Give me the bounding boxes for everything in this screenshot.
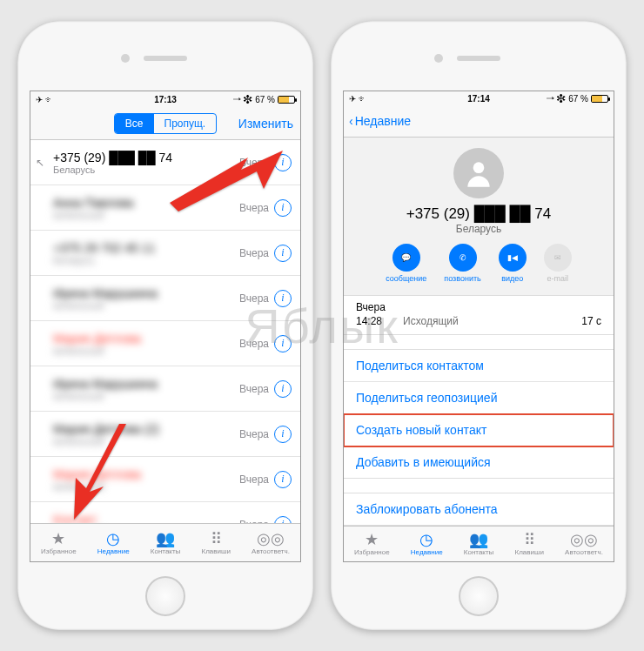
info-button[interactable]: i <box>274 426 292 443</box>
caller-name: Мария Дятлова <box>53 332 239 346</box>
tab-keypad[interactable]: ⠿Клавиши <box>515 532 544 556</box>
call-time: Вчера <box>239 428 269 440</box>
tab-keypad[interactable]: ⠿Клавиши <box>202 531 231 555</box>
call-time: Вчера <box>239 157 269 169</box>
mail-icon: ✉ <box>544 244 572 272</box>
caller-sub: мобильный <box>53 436 239 446</box>
recents-row[interactable]: Анна ПавловамобильныйВчераi <box>30 185 300 231</box>
action-message[interactable]: 💬сообщение <box>386 244 426 283</box>
video-icon: ▮◀ <box>499 244 527 272</box>
add-to-existing[interactable]: Добавить в имеющийся <box>344 446 614 478</box>
avatar <box>453 148 504 198</box>
screen-contact-card: ✈︎ ᯤ 17:14 ⭢ ✽ 67 % ‹ Недавние +375 (29)… <box>343 91 614 562</box>
back-button[interactable]: ‹ Недавние <box>349 114 411 128</box>
call-log-day: Вчера <box>344 296 614 313</box>
screen-recents: ✈︎ ᯤ 17:13 ⭢ ✽ 67 % Все Пропущ. Изменить… <box>30 91 301 562</box>
info-button[interactable]: i <box>274 154 292 171</box>
create-new-contact[interactable]: Создать новый контакт <box>344 414 614 446</box>
recents-row[interactable]: Мария Дятлова (2)мобильныйВчераi <box>30 412 300 457</box>
info-button[interactable]: i <box>274 380 292 398</box>
call-time: Вчера <box>239 519 269 524</box>
caller-sub: мобильный <box>53 391 239 401</box>
navbar-recents: Все Пропущ. Изменить <box>30 107 300 140</box>
tab-favorites[interactable]: ★Избранное <box>354 532 390 556</box>
share-contact[interactable]: Поделиться контактом <box>344 350 614 382</box>
recents-row[interactable]: Ирина МарушкинамобильныйВчераi <box>30 366 300 412</box>
phone-left: ✈︎ ᯤ 17:13 ⭢ ✽ 67 % Все Пропущ. Изменить… <box>17 21 313 630</box>
navbar-contact: ‹ Недавние <box>344 106 614 138</box>
recents-row[interactable]: Ирина МарушкинамобильныйВчераi <box>30 276 300 321</box>
recents-list[interactable]: ↖︎+375 (29) ███ ██ 74БеларусьВчераiАнна … <box>30 140 300 523</box>
caller-sub: мобильный <box>53 210 239 220</box>
recents-row[interactable]: КонтактмобильныйВчераi <box>30 502 300 523</box>
segmented-control[interactable]: Все Пропущ. <box>114 113 217 134</box>
status-bar: ✈︎ ᯤ 17:14 ⭢ ✽ 67 % <box>344 91 614 106</box>
contact-details: Вчера 14:28 Исходящий 17 с Поделиться ко… <box>344 296 614 526</box>
status-bar: ✈︎ ᯤ 17:13 ⭢ ✽ 67 % <box>30 91 300 107</box>
info-button[interactable]: i <box>274 516 292 524</box>
caller-name: Ирина Марушкина <box>53 286 239 300</box>
info-button[interactable]: i <box>274 245 292 262</box>
tab-contacts[interactable]: 👥Контакты <box>464 532 494 556</box>
phone-right: ✈︎ ᯤ 17:14 ⭢ ✽ 67 % ‹ Недавние +375 (29)… <box>331 21 627 630</box>
info-button[interactable]: i <box>274 290 292 307</box>
action-video[interactable]: ▮◀видео <box>499 244 527 283</box>
call-time: Вчера <box>239 338 269 350</box>
phone-icon: ✆ <box>449 244 477 272</box>
contact-country: Беларусь <box>344 223 614 235</box>
info-button[interactable]: i <box>274 471 292 488</box>
tab-bar: ★Избранное ◷Недавние 👥Контакты ⠿Клавиши … <box>344 526 614 561</box>
block-caller[interactable]: Заблокировать абонента <box>344 493 614 525</box>
recents-row[interactable]: +375 29 702 45 11БеларусьВчераi <box>30 231 300 276</box>
tab-contacts[interactable]: 👥Контакты <box>151 531 181 555</box>
tab-voicemail[interactable]: ◎◎Автоответч. <box>565 532 603 556</box>
tab-recents[interactable]: ◷Недавние <box>97 531 130 555</box>
caller-name: Анна Павлова <box>53 196 239 210</box>
call-log-row: 14:28 Исходящий 17 с <box>344 313 614 334</box>
caller-name: Мария Дятлова <box>53 467 239 481</box>
caller-sub: мобильный <box>53 481 239 492</box>
tab-voicemail[interactable]: ◎◎Автоответч. <box>252 531 290 555</box>
caller-sub: Беларусь <box>53 164 239 175</box>
contact-number: +375 (29) ███ ██ 74 <box>344 205 614 223</box>
call-time: Вчера <box>239 247 269 259</box>
caller-name: +375 29 702 45 11 <box>53 241 239 255</box>
tab-bar: ★Избранное ◷Недавние 👥Контакты ⠿Клавиши … <box>30 523 300 561</box>
info-button[interactable]: i <box>274 199 292 217</box>
home-button[interactable] <box>145 576 185 616</box>
tab-recents[interactable]: ◷Недавние <box>411 532 443 556</box>
outgoing-icon: ↖︎ <box>36 157 44 169</box>
contact-header: +375 (29) ███ ██ 74 Беларусь 💬сообщение … <box>344 138 614 296</box>
segment-missed[interactable]: Пропущ. <box>154 114 217 133</box>
call-time: Вчера <box>239 383 269 395</box>
recents-row[interactable]: ↖︎+375 (29) ███ ██ 74БеларусьВчераi <box>30 140 300 185</box>
caller-sub: Беларусь <box>53 255 239 265</box>
home-button[interactable] <box>459 576 499 616</box>
caller-name: Ирина Марушкина <box>53 377 239 391</box>
message-icon: 💬 <box>392 244 420 272</box>
call-time: Вчера <box>239 202 269 214</box>
info-button[interactable]: i <box>274 335 292 352</box>
segment-all[interactable]: Все <box>115 114 154 133</box>
call-time: Вчера <box>239 473 269 486</box>
caller-name: Контакт <box>53 513 239 524</box>
recents-row[interactable]: Мария ДятловамобильныйВчераi <box>30 457 300 502</box>
call-time: Вчера <box>239 292 269 305</box>
caller-name: +375 (29) ███ ██ 74 <box>53 151 239 164</box>
caller-sub: мобильный <box>53 300 239 311</box>
chevron-left-icon: ‹ <box>349 114 353 128</box>
share-location[interactable]: Поделиться геопозицией <box>344 382 614 414</box>
caller-sub: мобильный <box>53 346 239 356</box>
action-row: 💬сообщение ✆позвонить ▮◀видео ✉e-mail <box>344 244 614 283</box>
tab-favorites[interactable]: ★Избранное <box>41 531 77 555</box>
action-email: ✉e-mail <box>544 244 572 283</box>
caller-name: Мария Дятлова (2) <box>53 422 239 436</box>
action-call[interactable]: ✆позвонить <box>444 244 480 283</box>
svg-point-2 <box>473 162 485 173</box>
recents-row[interactable]: Мария ДятловамобильныйВчераi <box>30 321 300 366</box>
edit-button[interactable]: Изменить <box>238 117 293 131</box>
